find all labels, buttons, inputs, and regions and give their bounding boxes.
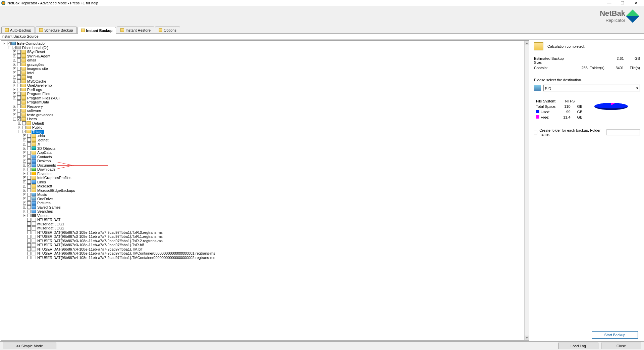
- tree-node[interactable]: ntuser.dat.LOG1: [1, 222, 529, 226]
- expand-toggle[interactable]: -: [3, 42, 6, 45]
- node-checkbox[interactable]: [17, 54, 21, 58]
- expand-toggle[interactable]: +: [18, 126, 21, 129]
- tree-node[interactable]: +software: [1, 108, 529, 113]
- node-checkbox[interactable]: [27, 197, 31, 201]
- tab-instant-restore[interactable]: Instant Restore: [117, 27, 154, 33]
- node-checkbox[interactable]: [27, 222, 31, 226]
- node-checkbox[interactable]: [27, 184, 31, 188]
- tree-node[interactable]: +email: [1, 58, 529, 62]
- expand-toggle[interactable]: +: [18, 122, 21, 125]
- expand-toggle[interactable]: +: [23, 214, 26, 217]
- expand-toggle[interactable]: +: [23, 180, 26, 183]
- node-checkbox[interactable]: [27, 193, 31, 196]
- expand-toggle[interactable]: +: [13, 92, 16, 95]
- expand-toggle[interactable]: +: [23, 155, 26, 158]
- tree-node[interactable]: +$WinREAgent: [1, 54, 529, 58]
- expand-toggle[interactable]: +: [23, 151, 26, 154]
- node-checkbox[interactable]: [27, 159, 31, 163]
- tree-node[interactable]: +imagens site: [1, 67, 529, 71]
- tree-node[interactable]: +.dotnet: [1, 138, 529, 142]
- expand-toggle[interactable]: +: [13, 59, 16, 62]
- node-checkbox[interactable]: [27, 226, 31, 230]
- scrollbar[interactable]: ▲ ▼: [524, 41, 529, 340]
- expand-toggle[interactable]: +: [23, 160, 26, 163]
- tree-node[interactable]: +.chia: [1, 134, 529, 138]
- tree-node[interactable]: +Default: [1, 121, 529, 126]
- node-checkbox[interactable]: [17, 92, 21, 96]
- tree-node[interactable]: +Contacts: [1, 155, 529, 159]
- expand-toggle[interactable]: +: [23, 164, 26, 167]
- expand-toggle[interactable]: +: [13, 50, 16, 53]
- expand-toggle[interactable]: -: [13, 118, 16, 121]
- node-checkbox[interactable]: [27, 201, 31, 205]
- tree-node[interactable]: -Users: [1, 117, 529, 121]
- expand-toggle[interactable]: +: [13, 80, 16, 83]
- node-checkbox[interactable]: [27, 168, 31, 171]
- tree-node[interactable]: +3D Objects: [1, 146, 529, 151]
- node-checkbox[interactable]: [27, 210, 31, 213]
- node-checkbox[interactable]: [27, 214, 31, 217]
- tree-node[interactable]: +OneDriveTemp: [1, 83, 529, 88]
- node-checkbox[interactable]: [17, 58, 21, 62]
- tree-node[interactable]: +PerfLogs: [1, 88, 529, 92]
- load-log-button[interactable]: Load Log: [558, 343, 598, 349]
- expand-toggle[interactable]: +: [23, 185, 26, 188]
- node-checkbox[interactable]: [27, 235, 31, 238]
- expand-toggle[interactable]: +: [23, 210, 26, 213]
- expand-toggle[interactable]: +: [23, 197, 26, 200]
- tree-node[interactable]: +gravações: [1, 62, 529, 67]
- tree-node[interactable]: NTUSER.DAT{96b867c3-108e-11eb-a7a7-9cad9…: [1, 230, 529, 235]
- maximize-button[interactable]: ☐: [616, 0, 629, 6]
- node-checkbox[interactable]: [17, 117, 21, 121]
- tree-node[interactable]: +Intel: [1, 71, 529, 75]
- tree-node[interactable]: +Links: [1, 180, 529, 184]
- tree-node[interactable]: +teste gravacoes: [1, 113, 529, 117]
- expand-toggle[interactable]: +: [13, 84, 16, 87]
- scroll-up-icon[interactable]: ▲: [525, 41, 529, 45]
- create-folder-checkbox[interactable]: [534, 131, 537, 134]
- folder-name-input[interactable]: [606, 129, 640, 135]
- expand-toggle[interactable]: +: [23, 189, 26, 192]
- expand-toggle[interactable]: -: [18, 130, 21, 133]
- tree-node[interactable]: ntuser.dat.LOG2: [1, 226, 529, 230]
- node-checkbox[interactable]: [17, 109, 21, 113]
- tab-auto-backup[interactable]: Auto-Backup: [1, 27, 35, 33]
- expand-toggle[interactable]: +: [23, 193, 26, 196]
- node-checkbox[interactable]: [17, 113, 21, 117]
- expand-toggle[interactable]: +: [23, 143, 26, 146]
- tree-node[interactable]: NTUSER.DAT{96b867c4-108e-11eb-a7a7-9cad9…: [1, 251, 529, 256]
- expand-toggle[interactable]: +: [23, 134, 26, 137]
- tree-node[interactable]: +$SysReset: [1, 50, 529, 54]
- tree-node[interactable]: NTUSER.DAT{96b867c4-108e-11eb-a7a7-9cad9…: [1, 247, 529, 252]
- expand-toggle[interactable]: +: [23, 206, 26, 209]
- expand-toggle[interactable]: +: [13, 67, 16, 70]
- tree-node[interactable]: +AppData: [1, 150, 529, 155]
- node-checkbox[interactable]: [17, 79, 21, 83]
- tab-options[interactable]: Options: [155, 27, 180, 33]
- node-checkbox[interactable]: [22, 121, 26, 125]
- node-checkbox[interactable]: [17, 88, 21, 91]
- tree-node[interactable]: NTUSER.DAT{96b867c4-108e-11eb-a7a7-9cad9…: [1, 256, 529, 260]
- close-button[interactable]: ✕: [629, 0, 643, 6]
- tree-node[interactable]: +Recovery: [1, 104, 529, 109]
- expand-toggle[interactable]: +: [23, 176, 26, 179]
- node-checkbox[interactable]: [27, 205, 31, 209]
- node-checkbox[interactable]: [27, 247, 31, 251]
- node-checkbox[interactable]: [27, 172, 31, 175]
- close-app-button[interactable]: Close: [601, 343, 641, 349]
- node-checkbox[interactable]: [22, 126, 26, 129]
- node-checkbox[interactable]: [27, 239, 31, 243]
- node-checkbox[interactable]: [17, 84, 21, 87]
- tree-node[interactable]: +Program Files: [1, 92, 529, 96]
- expand-toggle[interactable]: +: [13, 88, 16, 91]
- tree-node[interactable]: +Microsoft: [1, 184, 529, 188]
- tree-node[interactable]: +Documents: [1, 163, 529, 168]
- destination-select[interactable]: (C:) ▾: [543, 85, 640, 91]
- node-checkbox[interactable]: [17, 50, 21, 54]
- tree-node[interactable]: +Program Files (x86): [1, 96, 529, 100]
- expand-toggle[interactable]: +: [23, 202, 26, 205]
- node-checkbox[interactable]: [7, 42, 11, 45]
- tree-node[interactable]: +OneDrive: [1, 197, 529, 201]
- tree-node[interactable]: -Disco Local (C:): [1, 46, 529, 50]
- expand-toggle[interactable]: +: [13, 54, 16, 57]
